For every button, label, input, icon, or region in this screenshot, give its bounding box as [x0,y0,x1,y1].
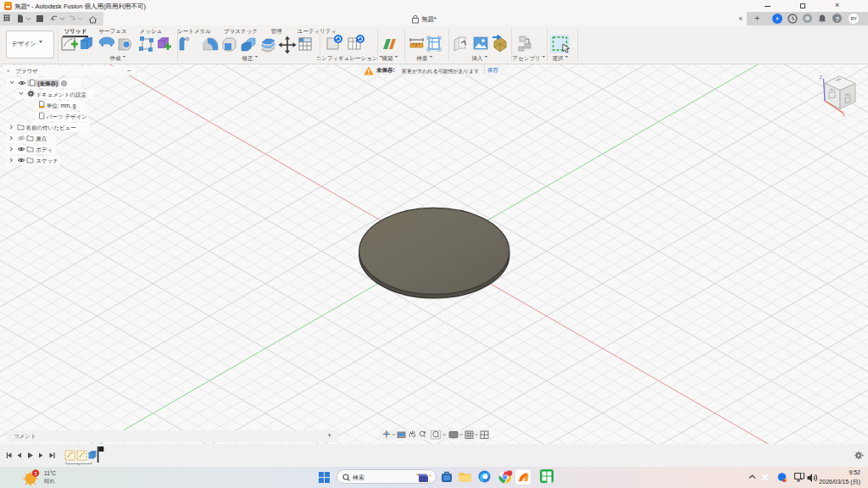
svg-text:X: X [843,113,846,118]
svg-text:Z: Z [820,75,823,80]
